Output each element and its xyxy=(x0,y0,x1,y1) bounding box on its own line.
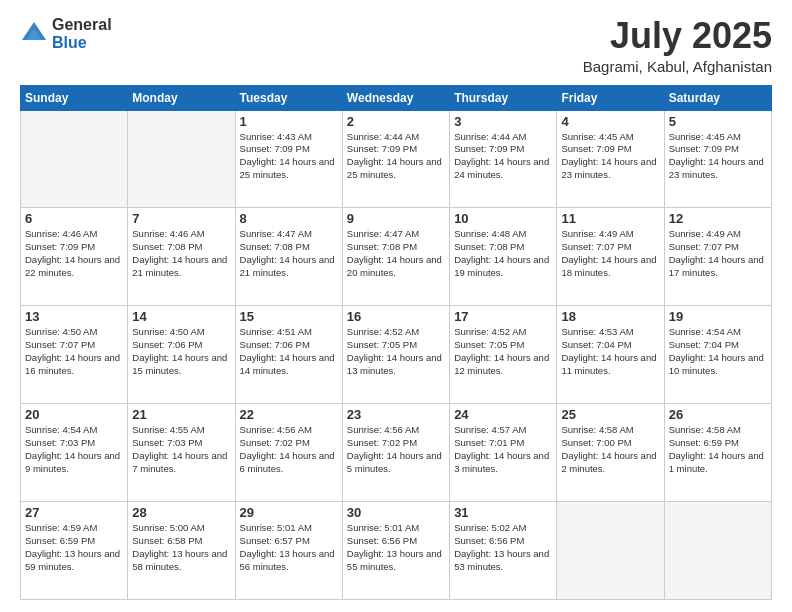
day-number: 5 xyxy=(669,114,767,129)
table-row: 23Sunrise: 4:56 AM Sunset: 7:02 PM Dayli… xyxy=(342,404,449,502)
logo: General Blue xyxy=(20,16,112,51)
table-row: 21Sunrise: 4:55 AM Sunset: 7:03 PM Dayli… xyxy=(128,404,235,502)
day-detail: Sunrise: 4:50 AM Sunset: 7:07 PM Dayligh… xyxy=(25,326,123,377)
table-row xyxy=(557,502,664,600)
day-detail: Sunrise: 4:54 AM Sunset: 7:04 PM Dayligh… xyxy=(669,326,767,377)
day-number: 7 xyxy=(132,211,230,226)
day-number: 16 xyxy=(347,309,445,324)
logo-icon xyxy=(20,20,48,48)
day-number: 17 xyxy=(454,309,552,324)
day-number: 19 xyxy=(669,309,767,324)
calendar-week-row: 27Sunrise: 4:59 AM Sunset: 6:59 PM Dayli… xyxy=(21,502,772,600)
day-detail: Sunrise: 4:47 AM Sunset: 7:08 PM Dayligh… xyxy=(347,228,445,279)
table-row: 5Sunrise: 4:45 AM Sunset: 7:09 PM Daylig… xyxy=(664,110,771,208)
day-number: 30 xyxy=(347,505,445,520)
day-number: 26 xyxy=(669,407,767,422)
day-detail: Sunrise: 4:49 AM Sunset: 7:07 PM Dayligh… xyxy=(669,228,767,279)
day-detail: Sunrise: 4:46 AM Sunset: 7:08 PM Dayligh… xyxy=(132,228,230,279)
col-tuesday: Tuesday xyxy=(235,85,342,110)
table-row: 9Sunrise: 4:47 AM Sunset: 7:08 PM Daylig… xyxy=(342,208,449,306)
location-title: Bagrami, Kabul, Afghanistan xyxy=(583,58,772,75)
day-detail: Sunrise: 4:44 AM Sunset: 7:09 PM Dayligh… xyxy=(454,131,552,182)
day-detail: Sunrise: 4:52 AM Sunset: 7:05 PM Dayligh… xyxy=(347,326,445,377)
day-number: 14 xyxy=(132,309,230,324)
table-row: 4Sunrise: 4:45 AM Sunset: 7:09 PM Daylig… xyxy=(557,110,664,208)
table-row: 24Sunrise: 4:57 AM Sunset: 7:01 PM Dayli… xyxy=(450,404,557,502)
table-row: 27Sunrise: 4:59 AM Sunset: 6:59 PM Dayli… xyxy=(21,502,128,600)
logo-blue-text: Blue xyxy=(52,34,112,52)
calendar-week-row: 20Sunrise: 4:54 AM Sunset: 7:03 PM Dayli… xyxy=(21,404,772,502)
col-wednesday: Wednesday xyxy=(342,85,449,110)
table-row: 29Sunrise: 5:01 AM Sunset: 6:57 PM Dayli… xyxy=(235,502,342,600)
col-thursday: Thursday xyxy=(450,85,557,110)
day-number: 22 xyxy=(240,407,338,422)
table-row: 13Sunrise: 4:50 AM Sunset: 7:07 PM Dayli… xyxy=(21,306,128,404)
header: General Blue July 2025 Bagrami, Kabul, A… xyxy=(20,16,772,75)
calendar-week-row: 1Sunrise: 4:43 AM Sunset: 7:09 PM Daylig… xyxy=(21,110,772,208)
day-detail: Sunrise: 4:52 AM Sunset: 7:05 PM Dayligh… xyxy=(454,326,552,377)
day-detail: Sunrise: 4:48 AM Sunset: 7:08 PM Dayligh… xyxy=(454,228,552,279)
table-row: 2Sunrise: 4:44 AM Sunset: 7:09 PM Daylig… xyxy=(342,110,449,208)
day-number: 15 xyxy=(240,309,338,324)
day-number: 21 xyxy=(132,407,230,422)
day-number: 20 xyxy=(25,407,123,422)
col-sunday: Sunday xyxy=(21,85,128,110)
day-detail: Sunrise: 4:58 AM Sunset: 7:00 PM Dayligh… xyxy=(561,424,659,475)
table-row xyxy=(664,502,771,600)
day-number: 28 xyxy=(132,505,230,520)
logo-general-text: General xyxy=(52,16,112,34)
day-number: 10 xyxy=(454,211,552,226)
day-detail: Sunrise: 4:51 AM Sunset: 7:06 PM Dayligh… xyxy=(240,326,338,377)
day-number: 2 xyxy=(347,114,445,129)
day-detail: Sunrise: 4:47 AM Sunset: 7:08 PM Dayligh… xyxy=(240,228,338,279)
day-number: 25 xyxy=(561,407,659,422)
page: General Blue July 2025 Bagrami, Kabul, A… xyxy=(0,0,792,612)
day-number: 18 xyxy=(561,309,659,324)
table-row: 26Sunrise: 4:58 AM Sunset: 6:59 PM Dayli… xyxy=(664,404,771,502)
col-saturday: Saturday xyxy=(664,85,771,110)
calendar-week-row: 13Sunrise: 4:50 AM Sunset: 7:07 PM Dayli… xyxy=(21,306,772,404)
day-detail: Sunrise: 4:56 AM Sunset: 7:02 PM Dayligh… xyxy=(240,424,338,475)
day-number: 27 xyxy=(25,505,123,520)
logo-text: General Blue xyxy=(52,16,112,51)
day-detail: Sunrise: 4:44 AM Sunset: 7:09 PM Dayligh… xyxy=(347,131,445,182)
day-detail: Sunrise: 4:57 AM Sunset: 7:01 PM Dayligh… xyxy=(454,424,552,475)
calendar-table: Sunday Monday Tuesday Wednesday Thursday… xyxy=(20,85,772,600)
day-detail: Sunrise: 4:43 AM Sunset: 7:09 PM Dayligh… xyxy=(240,131,338,182)
table-row xyxy=(21,110,128,208)
table-row: 14Sunrise: 4:50 AM Sunset: 7:06 PM Dayli… xyxy=(128,306,235,404)
day-number: 13 xyxy=(25,309,123,324)
day-number: 23 xyxy=(347,407,445,422)
table-row: 12Sunrise: 4:49 AM Sunset: 7:07 PM Dayli… xyxy=(664,208,771,306)
day-detail: Sunrise: 5:00 AM Sunset: 6:58 PM Dayligh… xyxy=(132,522,230,573)
table-row: 25Sunrise: 4:58 AM Sunset: 7:00 PM Dayli… xyxy=(557,404,664,502)
day-number: 11 xyxy=(561,211,659,226)
day-detail: Sunrise: 4:49 AM Sunset: 7:07 PM Dayligh… xyxy=(561,228,659,279)
table-row: 19Sunrise: 4:54 AM Sunset: 7:04 PM Dayli… xyxy=(664,306,771,404)
calendar-week-row: 6Sunrise: 4:46 AM Sunset: 7:09 PM Daylig… xyxy=(21,208,772,306)
day-detail: Sunrise: 4:45 AM Sunset: 7:09 PM Dayligh… xyxy=(561,131,659,182)
table-row: 8Sunrise: 4:47 AM Sunset: 7:08 PM Daylig… xyxy=(235,208,342,306)
col-monday: Monday xyxy=(128,85,235,110)
table-row: 18Sunrise: 4:53 AM Sunset: 7:04 PM Dayli… xyxy=(557,306,664,404)
day-detail: Sunrise: 4:55 AM Sunset: 7:03 PM Dayligh… xyxy=(132,424,230,475)
table-row: 6Sunrise: 4:46 AM Sunset: 7:09 PM Daylig… xyxy=(21,208,128,306)
day-number: 29 xyxy=(240,505,338,520)
calendar-header-row: Sunday Monday Tuesday Wednesday Thursday… xyxy=(21,85,772,110)
day-detail: Sunrise: 4:58 AM Sunset: 6:59 PM Dayligh… xyxy=(669,424,767,475)
table-row: 28Sunrise: 5:00 AM Sunset: 6:58 PM Dayli… xyxy=(128,502,235,600)
day-detail: Sunrise: 4:59 AM Sunset: 6:59 PM Dayligh… xyxy=(25,522,123,573)
table-row: 1Sunrise: 4:43 AM Sunset: 7:09 PM Daylig… xyxy=(235,110,342,208)
table-row: 11Sunrise: 4:49 AM Sunset: 7:07 PM Dayli… xyxy=(557,208,664,306)
table-row: 22Sunrise: 4:56 AM Sunset: 7:02 PM Dayli… xyxy=(235,404,342,502)
day-detail: Sunrise: 4:50 AM Sunset: 7:06 PM Dayligh… xyxy=(132,326,230,377)
title-area: July 2025 Bagrami, Kabul, Afghanistan xyxy=(583,16,772,75)
day-detail: Sunrise: 4:46 AM Sunset: 7:09 PM Dayligh… xyxy=(25,228,123,279)
day-number: 6 xyxy=(25,211,123,226)
day-number: 8 xyxy=(240,211,338,226)
month-title: July 2025 xyxy=(583,16,772,56)
day-number: 12 xyxy=(669,211,767,226)
day-detail: Sunrise: 4:54 AM Sunset: 7:03 PM Dayligh… xyxy=(25,424,123,475)
table-row: 17Sunrise: 4:52 AM Sunset: 7:05 PM Dayli… xyxy=(450,306,557,404)
day-number: 4 xyxy=(561,114,659,129)
